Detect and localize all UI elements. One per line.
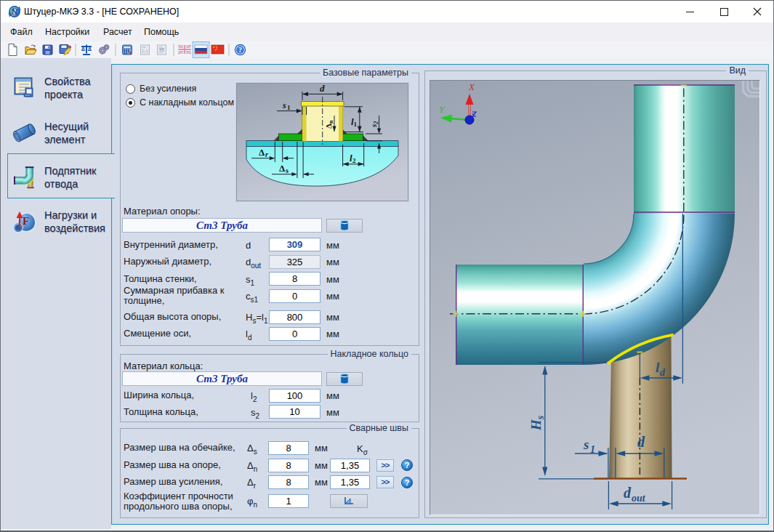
svg-text:N: N bbox=[12, 7, 17, 16]
svg-text:?: ? bbox=[238, 46, 242, 54]
